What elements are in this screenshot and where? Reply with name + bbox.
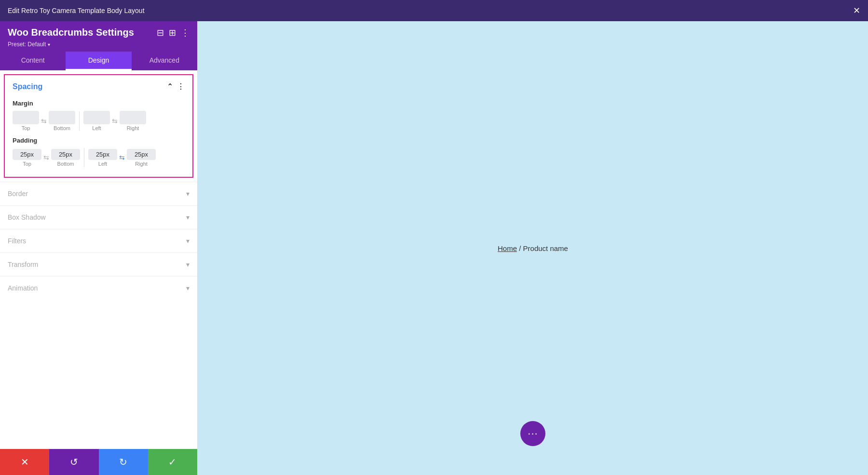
margin-right-input-wrap bbox=[120, 111, 146, 124]
spacing-more-icon[interactable]: ⋮ bbox=[177, 82, 185, 91]
padding-top-label: Top bbox=[23, 161, 31, 167]
filters-title: Filters bbox=[8, 237, 26, 245]
padding-left-field: Left bbox=[88, 149, 117, 167]
sidebar-title-row: Woo Breadcrumbs Settings ⊟ ⊞ ⋮ bbox=[8, 27, 190, 38]
floating-action-button[interactable]: ··· bbox=[520, 421, 545, 446]
main-layout: Woo Breadcrumbs Settings ⊟ ⊞ ⋮ Preset: D… bbox=[0, 21, 868, 475]
box-shadow-chevron: ▾ bbox=[186, 213, 190, 221]
padding-right-input-wrap bbox=[127, 149, 156, 160]
breadcrumb-current: Product name bbox=[523, 244, 568, 252]
tab-advanced[interactable]: Advanced bbox=[132, 52, 197, 70]
margin-top-bottom-group: Top ⇆ Bottom bbox=[13, 111, 75, 131]
undo-button[interactable]: ↺ bbox=[49, 449, 98, 475]
transform-title: Transform bbox=[8, 261, 38, 268]
border-chevron: ▾ bbox=[186, 190, 190, 198]
padding-right-label: Right bbox=[135, 161, 148, 167]
canvas: Home / Product name ··· bbox=[198, 21, 868, 475]
redo-button[interactable]: ↻ bbox=[99, 449, 148, 475]
margin-left-input-wrap bbox=[83, 111, 110, 124]
spacing-title: Spacing bbox=[13, 82, 42, 91]
spacing-header-icons: ⌃ ⋮ bbox=[167, 82, 185, 91]
margin-link-icon-2[interactable]: ⇆ bbox=[112, 117, 118, 125]
padding-top-bottom-group: Top ⇆ Bottom bbox=[13, 149, 80, 167]
padding-bottom-input[interactable] bbox=[54, 151, 77, 158]
spacing-collapse-icon[interactable]: ⌃ bbox=[167, 82, 173, 91]
animation-section[interactable]: Animation ▾ bbox=[0, 276, 197, 300]
box-shadow-section[interactable]: Box Shadow ▾ bbox=[0, 205, 197, 229]
sidebar-header: Woo Breadcrumbs Settings ⊟ ⊞ ⋮ Preset: D… bbox=[0, 21, 197, 52]
sidebar-title-icons: ⊟ ⊞ ⋮ bbox=[157, 27, 190, 38]
transform-chevron: ▾ bbox=[186, 261, 190, 268]
margin-link-icon-1[interactable]: ⇆ bbox=[41, 117, 47, 125]
save-button[interactable]: ✓ bbox=[148, 449, 197, 475]
padding-left-input[interactable] bbox=[91, 151, 114, 158]
padding-left-input-wrap bbox=[88, 149, 117, 160]
sidebar-content: Spacing ⌃ ⋮ Margin Top bbox=[0, 70, 197, 449]
title-bar-text: Edit Retro Toy Camera Template Body Layo… bbox=[8, 7, 145, 14]
padding-divider bbox=[84, 148, 84, 167]
transform-section[interactable]: Transform ▾ bbox=[0, 252, 197, 276]
bottom-toolbar: ✕ ↺ ↻ ✓ bbox=[0, 449, 197, 475]
cancel-button[interactable]: ✕ bbox=[0, 449, 49, 475]
title-bar: Edit Retro Toy Camera Template Body Layo… bbox=[0, 0, 868, 21]
border-title: Border bbox=[8, 190, 28, 198]
responsive-icon[interactable]: ⊟ bbox=[157, 27, 164, 38]
padding-top-input-wrap bbox=[13, 149, 41, 160]
padding-bottom-label: Bottom bbox=[57, 161, 74, 167]
border-section[interactable]: Border ▾ bbox=[0, 182, 197, 205]
margin-left-field: Left bbox=[83, 111, 110, 131]
padding-left-label: Left bbox=[98, 161, 107, 167]
spacing-section-header[interactable]: Spacing ⌃ ⋮ bbox=[5, 75, 192, 98]
preset-label: Preset: Default bbox=[8, 41, 46, 48]
preset-row[interactable]: Preset: Default ▾ bbox=[8, 41, 190, 52]
padding-bottom-input-wrap bbox=[51, 149, 80, 160]
padding-top-input[interactable] bbox=[15, 151, 39, 158]
margin-bottom-field: Bottom bbox=[49, 111, 75, 131]
margin-right-field: Right bbox=[120, 111, 146, 131]
padding-right-input[interactable] bbox=[130, 151, 153, 158]
margin-top-field: Top bbox=[13, 111, 39, 131]
sidebar: Woo Breadcrumbs Settings ⊟ ⊞ ⋮ Preset: D… bbox=[0, 21, 198, 475]
padding-bottom-field: Bottom bbox=[51, 149, 80, 167]
tabs: Content Design Advanced bbox=[0, 52, 197, 70]
spacing-content: Margin Top ⇆ Bottom bbox=[5, 98, 192, 177]
close-button[interactable]: ✕ bbox=[853, 5, 860, 16]
margin-bottom-label: Bottom bbox=[54, 125, 70, 131]
margin-row: Top ⇆ Bottom Left bbox=[13, 111, 185, 131]
filters-section[interactable]: Filters ▾ bbox=[0, 229, 197, 252]
floating-btn-icon: ··· bbox=[528, 427, 538, 440]
padding-top-field: Top bbox=[13, 149, 41, 167]
padding-row: Top ⇆ Bottom bbox=[13, 148, 185, 167]
animation-chevron: ▾ bbox=[186, 284, 190, 292]
box-shadow-title: Box Shadow bbox=[8, 213, 46, 221]
margin-left-right-group: Left ⇆ Right bbox=[83, 111, 146, 131]
margin-label: Margin bbox=[13, 100, 185, 107]
breadcrumb-home[interactable]: Home bbox=[498, 244, 517, 252]
breadcrumb-preview: Home / Product name bbox=[498, 244, 568, 252]
filters-chevron: ▾ bbox=[186, 237, 190, 245]
sidebar-title: Woo Breadcrumbs Settings bbox=[8, 27, 134, 38]
padding-left-right-group: Left ⇆ Right bbox=[88, 149, 156, 167]
preset-chevron: ▾ bbox=[48, 42, 50, 47]
tab-content[interactable]: Content bbox=[0, 52, 66, 70]
margin-top-label: Top bbox=[22, 125, 30, 131]
padding-link-icon-2[interactable]: ⇆ bbox=[119, 154, 125, 161]
tab-design[interactable]: Design bbox=[66, 52, 131, 70]
spacing-section: Spacing ⌃ ⋮ Margin Top bbox=[4, 74, 193, 178]
margin-left-label: Left bbox=[92, 125, 101, 131]
animation-title: Animation bbox=[8, 284, 38, 292]
columns-icon[interactable]: ⊞ bbox=[169, 27, 176, 38]
margin-right-label: Right bbox=[127, 125, 139, 131]
more-icon[interactable]: ⋮ bbox=[181, 27, 190, 38]
margin-divider bbox=[79, 111, 80, 131]
padding-link-icon-1[interactable]: ⇆ bbox=[43, 154, 49, 161]
margin-top-input-wrap bbox=[13, 111, 39, 124]
padding-label: Padding bbox=[13, 137, 185, 144]
margin-bottom-input-wrap bbox=[49, 111, 75, 124]
breadcrumb-separator: / bbox=[517, 244, 523, 252]
padding-right-field: Right bbox=[127, 149, 156, 167]
